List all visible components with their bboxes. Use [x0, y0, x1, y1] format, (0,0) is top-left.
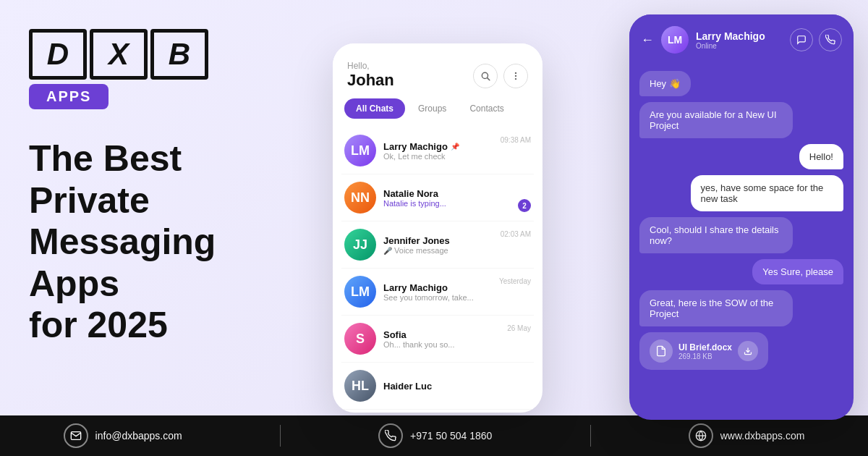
tab-all-chats[interactable]: All Chats: [344, 98, 405, 119]
msg-available: Are you available for a New UI Project: [639, 102, 793, 138]
chat-item-larry2[interactable]: LM Larry Machigo See you tomorrow, take.…: [341, 269, 534, 316]
msg-sure-please: Yes Sure, please: [752, 259, 843, 284]
logo-x-letter: X: [109, 37, 129, 72]
footer-email: info@dxbapps.com: [95, 430, 182, 442]
tab-groups[interactable]: Groups: [408, 98, 456, 119]
headline-line3: for 2025: [29, 305, 168, 345]
headline-line2: Messaging Apps: [29, 221, 216, 304]
download-button[interactable]: [738, 341, 758, 361]
convo-contact-name: Larry Machigo: [696, 30, 783, 42]
tab-contacts[interactable]: Contacts: [459, 98, 514, 119]
svg-point-4: [515, 78, 516, 80]
logo-b-letter: B: [169, 37, 190, 72]
footer-bar: info@dxbapps.com +971 50 504 1860 www.dx…: [0, 415, 868, 456]
avatar-haider: HL: [344, 370, 376, 402]
search-icon-btn[interactable]: [473, 64, 498, 88]
chat-time-sofia: 26 May: [507, 324, 531, 332]
chat-name-natalie: Natalie Nora: [383, 188, 531, 199]
file-bubble: UI Brief.docx 269.18 KB: [639, 332, 768, 370]
chat-preview-natalie: Natalie is typing...: [383, 199, 531, 208]
logo-d-box: D: [29, 29, 87, 80]
file-name: UI Brief.docx: [678, 342, 732, 352]
convo-name-section: Larry Machigo Online: [696, 30, 783, 50]
globe-icon-circle: [689, 423, 713, 448]
chat-item-larry1[interactable]: LM Larry Machigo 📌 Ok, Let me check 09:3…: [341, 127, 534, 174]
tab-bar: All Chats Groups Contacts: [333, 98, 542, 127]
chat-preview-larry1: Ok, Let me check: [383, 152, 531, 161]
logo-badge: APPS: [29, 84, 109, 109]
chat-item-natalie[interactable]: NN Natalie Nora Natalie is typing... 2: [341, 174, 534, 221]
msg-hey: Hey 👋: [639, 71, 691, 96]
headline-line1: The Best Private: [29, 138, 182, 221]
header-icons: [473, 64, 528, 88]
chat-time-jennifer: 02:03 AM: [501, 230, 531, 238]
logo-x-box: X: [90, 29, 148, 80]
msg-great: Great, here is the SOW of the Project: [639, 290, 793, 326]
logo-container: D X B APPS: [29, 29, 304, 109]
footer-phone-item: +971 50 504 1860: [378, 423, 492, 448]
email-icon-circle: [64, 423, 88, 448]
convo-actions: [790, 28, 842, 51]
msg-yes-space: yes, have some space for the new task: [691, 175, 844, 211]
svg-point-3: [515, 75, 516, 77]
chat-item-sofia[interactable]: S Sofia Oh... thank you so... 26 May: [341, 316, 534, 363]
footer-email-item: info@dxbapps.com: [64, 423, 182, 448]
convo-avatar: LM: [661, 26, 689, 54]
chat-time-larry1: 09:38 AM: [501, 136, 531, 144]
chat-item-jennifer[interactable]: JJ Jennifer Jones 🎤 Voice message 02:03 …: [341, 221, 534, 269]
logo-b-box: B: [150, 29, 208, 80]
svg-point-2: [515, 72, 516, 74]
footer-divider-2: [590, 425, 591, 447]
avatar-sofia: S: [344, 323, 376, 355]
convo-status: Online: [696, 42, 783, 50]
left-section: D X B APPS The Best Private Messaging Ap…: [29, 29, 304, 361]
phone-icon-btn[interactable]: [819, 28, 842, 51]
back-button[interactable]: ←: [641, 33, 654, 48]
chat-preview-larry2: See you tomorrow, take...: [383, 293, 531, 302]
footer-phone: +971 50 504 1860: [410, 430, 492, 442]
chat-list: LM Larry Machigo 📌 Ok, Let me check 09:3…: [333, 127, 542, 410]
footer-divider-1: [280, 425, 281, 447]
svg-line-1: [488, 78, 490, 80]
chat-icon-btn[interactable]: [790, 28, 813, 51]
pin-icon: 📌: [451, 143, 459, 151]
avatar-larry2: LM: [344, 276, 376, 308]
logo-d-letter: D: [47, 37, 69, 72]
phones-container: Hello, Johan All Chats Groups Contacts: [333, 14, 854, 442]
chat-time-larry2: Yesterday: [499, 277, 531, 285]
headline: The Best Private Messaging Apps for 2025: [29, 138, 304, 347]
phone-icon-circle: [378, 423, 403, 448]
chat-name-haider: Haider Luc: [383, 381, 531, 392]
file-size: 269.18 KB: [678, 352, 732, 360]
msg-cool: Cool, should I share the details now?: [639, 217, 793, 253]
phone-header: Hello, Johan: [333, 43, 542, 98]
avatar-natalie: NN: [344, 182, 376, 214]
chat-info-haider: Haider Luc: [383, 381, 531, 392]
mic-icon: 🎤: [383, 247, 392, 255]
chat-item-haider[interactable]: HL Haider Luc: [341, 363, 534, 410]
msg-hello: Hello!: [799, 144, 843, 169]
avatar-larry1: LM: [344, 135, 376, 166]
footer-website: www.dxbapps.com: [720, 430, 805, 442]
logo-letters: D X B: [29, 29, 208, 80]
file-info: UI Brief.docx 269.18 KB: [678, 342, 732, 360]
more-icon-btn[interactable]: [503, 64, 528, 88]
chat-info-natalie: Natalie Nora Natalie is typing...: [383, 188, 531, 208]
chat-list-phone: Hello, Johan All Chats Groups Contacts: [333, 43, 542, 413]
chat-preview-jennifer: 🎤 Voice message: [383, 246, 531, 255]
messages-area: Hey 👋 Are you available for a New UI Pro…: [629, 62, 854, 417]
file-icon: [650, 339, 673, 363]
footer-website-item: www.dxbapps.com: [689, 423, 805, 448]
chat-preview-sofia: Oh... thank you so...: [383, 340, 531, 349]
convo-header: ← LM Larry Machigo Online: [629, 14, 854, 62]
unread-badge-natalie: 2: [518, 199, 531, 212]
avatar-jennifer: JJ: [344, 229, 376, 261]
chat-convo-phone: ← LM Larry Machigo Online: [629, 14, 854, 420]
